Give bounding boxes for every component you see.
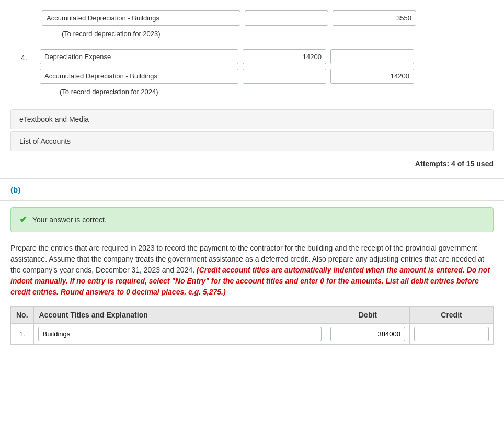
entry-4-container: 4. (To record depreciation for 2024): [10, 49, 494, 101]
row-1-credit-cell[interactable]: [410, 324, 494, 345]
entry-3-container: (To record depreciation for 2023): [10, 6, 494, 49]
col-credit: Credit: [410, 307, 494, 324]
row-1-num: 1.: [11, 324, 34, 345]
part-b-label: (b): [10, 185, 20, 194]
entry-4-debit-2[interactable]: [243, 69, 326, 84]
entry-3-account-field[interactable]: [42, 10, 240, 26]
table-row: 1.: [11, 324, 494, 345]
correct-message: Your answer is correct.: [32, 216, 107, 224]
entry-4-note: (To record depreciation for 2024): [60, 88, 483, 96]
entry-4-row-1: [40, 49, 483, 64]
row-1-debit-cell[interactable]: [326, 324, 410, 345]
etextbook-bar[interactable]: eTextbook and Media: [10, 109, 494, 129]
instruction-text: Prepare the entries that are required in…: [0, 239, 504, 300]
row-1-credit-input[interactable]: [414, 327, 489, 341]
collapsible-section: eTextbook and Media List of Accounts: [10, 109, 494, 151]
table-header-row: No. Account Titles and Explanation Debit…: [11, 307, 494, 324]
entry-3-note: (To record depreciation for 2023): [62, 30, 483, 38]
top-entries-section: (To record depreciation for 2023) 4. (To…: [0, 0, 504, 179]
row-1-account-cell[interactable]: [33, 324, 326, 345]
row-1-debit-input[interactable]: [330, 327, 405, 341]
list-accounts-label: List of Accounts: [19, 137, 71, 145]
entry-3-row-1: [42, 10, 483, 26]
entry-4-account-1[interactable]: [40, 49, 238, 64]
attempts-text: Attempts: 4 of 15 used: [415, 160, 494, 168]
part-b-header: (b): [0, 179, 504, 201]
etextbook-label: eTextbook and Media: [19, 115, 89, 123]
entry-4-number: 4.: [21, 49, 36, 62]
journal-table: No. Account Titles and Explanation Debit…: [10, 306, 494, 345]
check-icon: ✔: [19, 214, 27, 225]
entry-4-credit-2[interactable]: [330, 69, 414, 84]
col-debit: Debit: [326, 307, 410, 324]
entry-3-credit-field[interactable]: [333, 10, 416, 26]
col-account: Account Titles and Explanation: [33, 307, 326, 324]
entry-3-debit-field[interactable]: [245, 10, 328, 26]
list-accounts-bar[interactable]: List of Accounts: [10, 131, 494, 151]
entry-4-rows: (To record depreciation for 2024): [40, 49, 483, 101]
attempts-row: Attempts: 4 of 15 used: [10, 155, 494, 170]
entry-4-row-2: [40, 69, 483, 84]
col-no: No.: [11, 307, 34, 324]
entry-4-debit-1[interactable]: [243, 49, 326, 64]
row-1-account-input[interactable]: [38, 327, 322, 341]
correct-banner: ✔ Your answer is correct.: [10, 207, 494, 232]
entry-4-credit-1[interactable]: [330, 49, 414, 64]
entry-4-account-2[interactable]: [40, 69, 238, 84]
